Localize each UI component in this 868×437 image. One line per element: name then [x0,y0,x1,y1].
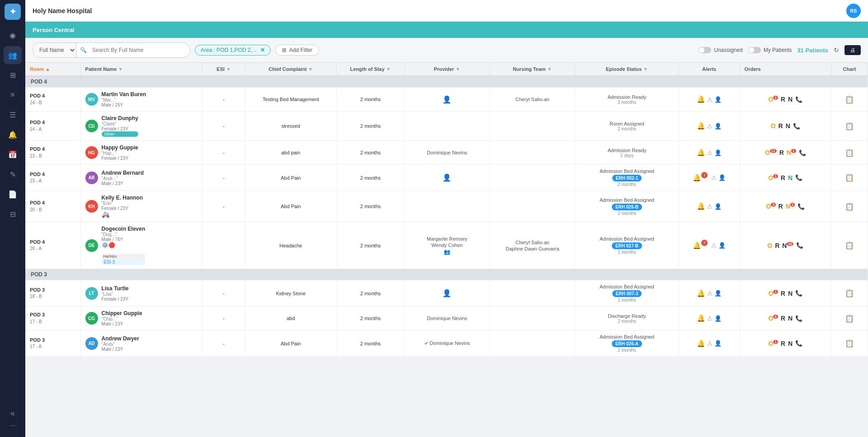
patient-name[interactable]: Martin Van Buren [102,91,146,98]
order-n[interactable]: N1 [787,149,796,156]
order-r[interactable]: R [781,340,785,347]
order-r[interactable]: R [781,290,785,297]
table-row[interactable]: POD 317 - B CG Chipper Guppie "Chip..." … [25,307,868,330]
table-row[interactable]: POD 317 - A AD Andrew Dwyer "Andy" Male … [25,330,868,357]
chart-icon[interactable]: 📋 [845,122,854,130]
order-r[interactable]: R [775,242,779,249]
area-filter-close[interactable]: ✕ [260,47,265,53]
patient-name[interactable]: Claire Dunphy [102,115,138,121]
chart-cell[interactable]: 📋 [831,88,868,112]
sidebar-item-globe[interactable]: ◉ [4,26,22,44]
order-r[interactable]: R [781,174,785,181]
app-logo[interactable]: ✦ [5,4,21,20]
table-row[interactable]: POD 420 - A DE Dogecoin Eleven "Dog..." … [25,222,868,269]
bell-alert-icon: 🔔 [697,314,705,322]
col-header-orders[interactable]: Orders [740,63,831,76]
chart-icon[interactable]: 📋 [845,242,854,249]
chart-icon[interactable]: 📋 [845,339,854,347]
chart-cell[interactable]: 📋 [831,165,868,191]
patient-name[interactable]: Andrew Dwyer [102,335,139,342]
room-cell: POD 317 - B [25,307,80,330]
col-header-status[interactable]: Episode Status ▼ [575,63,679,76]
order-n[interactable]: N [788,174,793,181]
order-n[interactable]: N22 [782,242,793,249]
patient-name[interactable]: Dogecoin Eleven [102,226,145,232]
patient-name[interactable]: Chipper Guppie [102,310,142,316]
my-patients-toggle[interactable] [748,47,761,53]
order-r[interactable]: R [779,122,783,130]
chart-icon[interactable]: 📋 [845,203,854,210]
table-row[interactable]: POD 423 - B HG Happy Guppie "Hap..." Fem… [25,141,868,165]
order-o[interactable]: O11 [765,149,777,156]
sidebar-item-bell[interactable]: 🔔 [4,126,22,144]
table-row[interactable]: POD 420 - B KH Kelly E. Hannon "Erin" Fe… [25,191,868,222]
order-n[interactable]: N1 [786,203,795,210]
col-header-complaint[interactable]: Chief Complaint ▼ [245,63,336,76]
refresh-icon[interactable]: ↻ [834,46,839,54]
chart-icon[interactable]: 📋 [845,174,854,181]
chart-icon[interactable]: 📋 [845,289,854,297]
order-o[interactable]: O6 [768,315,778,322]
order-n[interactable]: N [788,290,793,297]
order-n[interactable]: N [786,122,790,130]
chart-cell[interactable]: 📋 [831,112,868,141]
sidebar-item-menu[interactable]: ⊟ [4,205,22,223]
order-o[interactable]: O3 [766,203,775,210]
col-header-esi[interactable]: ESI ▼ [202,63,245,76]
sidebar-item-people[interactable]: 👥 [4,46,22,64]
add-filter-button[interactable]: ⊞ Add Filter [275,45,319,56]
order-o[interactable]: O [767,242,772,249]
sidebar-item-hierarchy[interactable]: ⊞ [4,66,22,84]
chart-icon[interactable]: 📋 [845,149,854,157]
patient-alias: "Andy" [102,342,139,347]
patient-name[interactable]: Lisa Turtle [102,285,129,292]
chart-icon[interactable]: 📋 [845,96,854,103]
chart-cell[interactable]: 📋 [831,141,868,165]
chart-cell[interactable]: 📋 [831,191,868,222]
col-header-provider[interactable]: Provider ▼ [404,63,490,76]
print-button[interactable]: 🖨 [845,45,861,55]
chart-cell[interactable]: 📋 [831,280,868,307]
chart-cell[interactable]: 📋 [831,222,868,269]
col-header-alerts[interactable]: Alerts [679,63,740,76]
area-filter[interactable]: Area : POD 1,POD 2,... ✕ [195,45,271,56]
sidebar-item-calendar[interactable]: 📅 [4,145,22,163]
chart-cell[interactable]: 📋 [831,307,868,330]
search-input[interactable] [90,47,190,53]
col-header-los[interactable]: Length of Stay ▼ [337,63,404,76]
sidebar-item-pen[interactable]: ✎ [4,165,22,183]
order-n[interactable]: N [788,315,793,322]
order-n[interactable]: N [788,340,793,347]
order-n[interactable]: N [788,96,793,103]
order-o[interactable]: O1 [768,174,778,181]
room-cell: POD 424 - A [25,112,80,141]
order-r[interactable]: R [781,96,785,103]
table-row[interactable]: POD 424 - A CD Claire Dunphy "Claire" Fe… [25,112,868,141]
order-o[interactable]: O [771,122,776,130]
sidebar-item-doc[interactable]: 📄 [4,185,22,203]
col-header-patient[interactable]: Patient Name ▼ [80,63,202,76]
order-o[interactable]: O2 [768,96,778,103]
col-header-chart[interactable]: Chart [831,63,868,76]
patient-name[interactable]: Andrew Bernard [102,170,144,176]
patient-name[interactable]: Kelly E. Hannon [102,195,143,201]
patient-name[interactable]: Happy Guppie [102,144,138,151]
chart-icon[interactable]: 📋 [845,315,854,322]
order-o[interactable]: O1 [768,340,778,347]
order-r[interactable]: R [781,315,785,322]
order-r[interactable]: R [779,149,784,156]
chart-cell[interactable]: 📋 [831,330,868,357]
expand-sidebar[interactable]: « [10,409,15,422]
unassigned-toggle[interactable] [699,47,711,53]
sidebar-item-list2[interactable]: ☰ [4,106,22,124]
search-type-dropdown[interactable]: Full Name MRN Room [33,43,76,57]
table-row[interactable]: POD 318 - B LT Lisa Turtle "Lisa" Female… [25,280,868,307]
user-avatar[interactable]: RS [846,4,861,18]
order-o[interactable]: O1 [768,290,778,297]
sidebar-item-list1[interactable]: ≡ [4,86,22,104]
table-row[interactable]: POD 423 - A AB Andrew Bernard "Andr..." … [25,165,868,191]
col-header-room[interactable]: Room ▲ [25,63,80,76]
table-row[interactable]: POD 424 - B MV Martin Van Buren "Mar..."… [25,88,868,112]
order-r[interactable]: R [779,203,783,210]
col-header-nursing[interactable]: Nursing Team ▼ [490,63,575,76]
